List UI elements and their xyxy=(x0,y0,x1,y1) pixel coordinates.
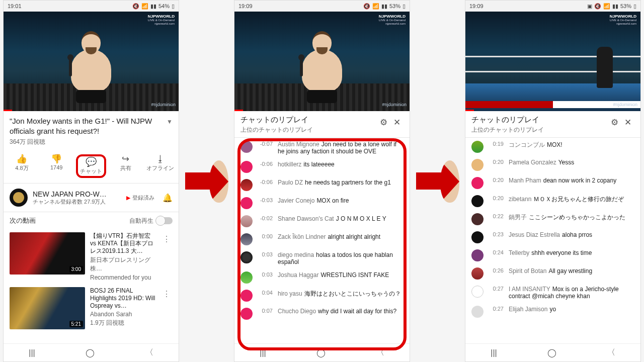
chat-message: 0:27I AM INSANITYMox is on a Jericho-sty… xyxy=(465,283,640,303)
chat-username[interactable]: I AM INSANITY xyxy=(509,286,550,293)
close-icon[interactable]: ✕ xyxy=(390,115,404,130)
chat-username[interactable]: diego medina xyxy=(278,251,314,258)
chat-username[interactable]: hiro yasu xyxy=(278,290,302,297)
back-button[interactable]: 〈 xyxy=(376,347,384,358)
chat-message: -0:06hotkillerzits lateeeee xyxy=(234,158,410,176)
channel-avatar[interactable] xyxy=(10,189,28,207)
avatar[interactable] xyxy=(471,231,484,243)
home-button[interactable]: ◯ xyxy=(86,348,95,357)
avatar[interactable] xyxy=(471,195,484,207)
suggested-title: BOSJ 26 FINAL Highlights 2019 HD: Will O… xyxy=(90,287,155,310)
battery-text: 54% xyxy=(158,3,170,9)
home-button[interactable]: ◯ xyxy=(547,348,556,357)
chat-message: 0:22鍋男子ここシーンめっちゃかっこよかった xyxy=(465,210,640,228)
avatar[interactable] xyxy=(471,159,484,171)
video-description[interactable]: "Jon Moxley wants in the G1!" - Will NJP… xyxy=(4,111,179,150)
suggested-meta: 1.9万 回視聴 xyxy=(90,319,155,327)
avatar[interactable] xyxy=(240,290,253,302)
wrestler-figure xyxy=(71,49,111,92)
avatar[interactable] xyxy=(240,179,253,191)
settings-icon[interactable]: ⚙ xyxy=(608,115,621,130)
chat-username[interactable]: hotkillerz xyxy=(278,161,301,168)
chat-username[interactable]: Manh Pham xyxy=(509,177,541,184)
chat-username[interactable]: Tellerby xyxy=(509,249,529,256)
avatar[interactable] xyxy=(240,308,253,320)
avatar[interactable] xyxy=(240,272,253,284)
action-row: 👍4.8万 👎1749 💬チャット ↪共有 ⭳オフライン xyxy=(4,150,179,184)
avatar[interactable] xyxy=(471,286,484,298)
home-button[interactable]: ◯ xyxy=(316,348,326,357)
recents-button[interactable]: ||| xyxy=(491,348,497,357)
chat-username[interactable]: Chucho Diego xyxy=(278,308,316,315)
avatar[interactable] xyxy=(471,213,484,225)
chat-username[interactable]: Zack Īkōn Lindner xyxy=(278,233,326,240)
chat-username[interactable]: Elijah Jamison xyxy=(509,306,547,313)
chat-username[interactable]: Austin Mignone xyxy=(278,141,319,148)
avatar[interactable] xyxy=(240,215,253,227)
settings-icon[interactable]: ⚙ xyxy=(377,115,390,130)
close-icon[interactable]: ✕ xyxy=(621,115,634,130)
avatar[interactable] xyxy=(471,267,484,280)
battery-icon: ▯ xyxy=(172,3,175,10)
status-time: 19:09 xyxy=(469,3,484,9)
more-icon[interactable]: ⋮ xyxy=(160,232,173,281)
screenshot-3: 19:09 ▣ 🔇 📶 ▮▮ 53% ▯ NJPWWORLDLIVE & On-… xyxy=(465,0,641,362)
dislike-button[interactable]: 👎1749 xyxy=(41,154,71,178)
bell-icon[interactable]: 🔔 xyxy=(163,193,173,203)
thumbs-up-icon: 👍 xyxy=(16,154,27,163)
channel-row[interactable]: NEW JAPAN PRO-W… チャンネル登録者数 27.9万人 ▶登録済み … xyxy=(4,184,179,212)
chat-timestamp: 0:20 xyxy=(489,195,504,201)
recents-button[interactable]: ||| xyxy=(29,348,35,357)
more-icon[interactable]: ⋮ xyxy=(160,287,173,329)
chat-username[interactable]: Paulo DZ xyxy=(278,179,303,186)
avatar[interactable] xyxy=(471,306,484,318)
status-time: 19:09 xyxy=(238,3,253,9)
chat-username[interactable]: コンコンブル xyxy=(509,141,545,148)
like-button[interactable]: 👍4.8万 xyxy=(7,154,37,178)
avatar[interactable] xyxy=(240,197,253,209)
status-bar: 19:09 ▣ 🔇 📶 ▮▮ 53% ▯ xyxy=(465,1,640,12)
chat-username[interactable]: Javier Conejo xyxy=(278,197,314,204)
progress-bar[interactable] xyxy=(4,110,12,111)
avatar[interactable] xyxy=(240,233,253,245)
chat-username[interactable]: Joshua Haggar xyxy=(278,272,318,279)
avatar[interactable] xyxy=(471,141,484,153)
recents-button[interactable]: ||| xyxy=(260,348,266,357)
chat-list[interactable]: -0:07Austin MignoneJon need to be a lone… xyxy=(234,138,410,343)
video-player[interactable]: NJPWWORLD LIVE & On-Demand njpwworld.com… xyxy=(4,12,179,111)
chat-list[interactable]: 0:19コンコンブルMOX!0:20Pamela GonzalezYesss0:… xyxy=(465,138,640,343)
autoplay-toggle[interactable] xyxy=(156,217,173,224)
avatar[interactable] xyxy=(240,141,253,153)
chat-text: ここシーンめっちゃかっこよかった xyxy=(529,214,625,221)
back-button[interactable]: 〈 xyxy=(145,347,153,358)
chat-username[interactable]: zibetann xyxy=(509,196,531,203)
chat-username[interactable]: Jesus Diaz Estrella xyxy=(509,231,560,238)
chat-username[interactable]: Spirit of Botan xyxy=(509,267,546,275)
suggested-video-2[interactable]: 5:21 BOSJ 26 FINAL Highlights 2019 HD: W… xyxy=(4,284,179,332)
chat-text: MOX! xyxy=(547,141,562,148)
chat-username[interactable]: 鍋男子 xyxy=(509,214,527,221)
status-bar: 19:01 🔇 📶 ▮▮ 54% ▯ xyxy=(4,1,179,12)
avatar[interactable] xyxy=(240,251,253,263)
chevron-down-icon[interactable]: ▼ xyxy=(167,118,173,125)
progress-bar[interactable] xyxy=(234,110,243,111)
chat-username[interactable]: Shane Dawson's Cat xyxy=(278,215,334,222)
avatar[interactable] xyxy=(240,161,253,173)
chat-username[interactable]: Pamela Gonzalez xyxy=(509,159,556,166)
chat-text: Yesss xyxy=(558,159,575,166)
chat-text: he needs tag partners for the g1 xyxy=(305,179,391,186)
avatar[interactable] xyxy=(471,249,484,261)
subscribe-button[interactable]: ▶登録済み xyxy=(126,194,154,202)
avatar[interactable] xyxy=(471,177,484,189)
video-player[interactable]: NJPWWORLDLIVE & On-Demandnjpwworld.com #… xyxy=(234,12,410,111)
suggested-video-1[interactable]: 3:00 【煽りVTR】石井智宏 vs KENTA【新日本プロレス2019.11… xyxy=(4,229,179,284)
offline-button[interactable]: ⭳オフライン xyxy=(145,154,176,178)
chat-button[interactable]: 💬チャット xyxy=(76,154,106,178)
progress-bar[interactable] xyxy=(465,110,474,111)
chat-message: -0:06Paulo DZhe needs tag partners for t… xyxy=(234,176,410,194)
video-player[interactable]: NJPWWORLDLIVE & On-Demandnjpwworld.com #… xyxy=(465,12,640,111)
back-button[interactable]: 〈 xyxy=(607,347,615,358)
share-button[interactable]: ↪共有 xyxy=(111,154,141,178)
system-nav: ||| ◯ 〈 xyxy=(465,343,640,361)
chat-message: 0:20Manh Phamdean now work in 2 copany xyxy=(465,174,640,192)
